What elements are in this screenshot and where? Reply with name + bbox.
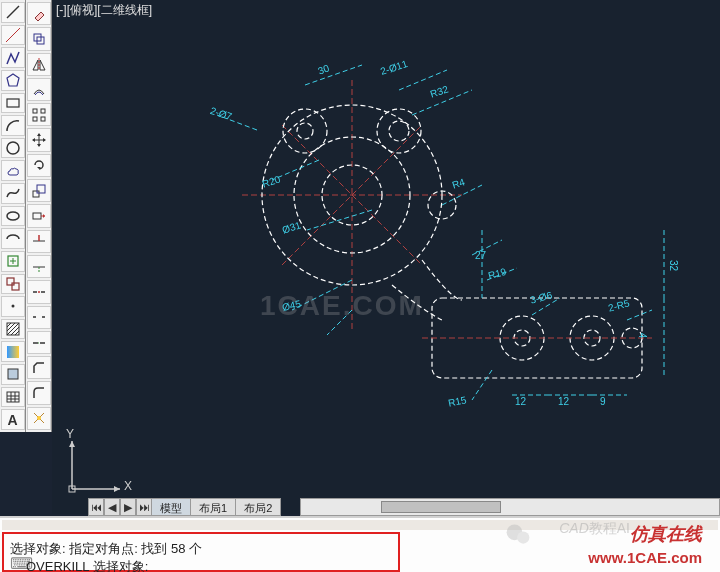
svg-line-14 (7, 323, 15, 331)
explode-tool[interactable] (27, 407, 51, 430)
dim-27: 27 (475, 250, 486, 261)
svg-line-13 (7, 323, 11, 327)
tab-layout1[interactable]: 布局1 (191, 498, 236, 516)
svg-line-0 (7, 6, 19, 18)
svg-line-17 (15, 331, 19, 335)
break-tool[interactable] (27, 306, 51, 329)
revision-cloud-tool[interactable] (1, 160, 25, 181)
brand-rest: 教程AI (589, 520, 630, 536)
polygon-tool[interactable] (1, 70, 25, 91)
ellipse-tool[interactable] (1, 206, 25, 227)
modify-toolbar (26, 0, 52, 432)
join-tool[interactable] (27, 331, 51, 354)
svg-marker-2 (7, 74, 19, 86)
svg-point-72 (377, 109, 421, 153)
viewport-label[interactable]: [-][俯视][二维线框] (56, 2, 152, 19)
ellipse-arc-tool[interactable] (1, 228, 25, 249)
svg-marker-105 (69, 441, 75, 447)
region-tool[interactable] (1, 364, 25, 385)
rotate-tool[interactable] (27, 154, 51, 177)
svg-rect-18 (7, 346, 19, 358)
svg-rect-32 (33, 117, 37, 121)
watermark-site-url: www.1CAE.com (588, 549, 702, 566)
tab-model[interactable]: 模型 (152, 498, 191, 516)
layout-tabs: ⏮ ◀ ▶ ⏭ 模型 布局1 布局2 (88, 498, 281, 516)
array-tool[interactable] (27, 103, 51, 126)
scale-tool[interactable] (27, 179, 51, 202)
chamfer-tool[interactable] (27, 356, 51, 379)
svg-marker-28 (40, 60, 45, 70)
svg-rect-3 (7, 99, 19, 107)
fillet-tool[interactable] (27, 381, 51, 404)
construction-line-tool[interactable] (1, 25, 25, 46)
svg-point-62 (37, 416, 41, 420)
table-tool[interactable] (1, 387, 25, 408)
make-block-tool[interactable] (1, 274, 25, 295)
ucs-icon: X Y (60, 421, 140, 504)
wechat-icon (504, 520, 532, 548)
horizontal-scrollbar[interactable] (300, 498, 720, 516)
line-tool[interactable] (1, 2, 25, 23)
gradient-tool[interactable] (1, 341, 25, 362)
tab-next[interactable]: ▶ (120, 498, 136, 516)
scrollbar-thumb[interactable] (381, 501, 501, 513)
svg-marker-37 (37, 144, 41, 147)
svg-point-52 (38, 291, 40, 293)
watermark-site-cn: 仿真在线 (630, 522, 702, 546)
mirror-tool[interactable] (27, 53, 51, 76)
rectangle-tool[interactable] (1, 93, 25, 114)
erase-tool[interactable] (27, 2, 51, 25)
svg-line-95 (472, 370, 492, 400)
svg-line-87 (307, 210, 372, 230)
ucs-x-label: X (124, 479, 132, 493)
arc-tool[interactable] (1, 115, 25, 136)
svg-line-82 (305, 65, 362, 85)
tab-last[interactable]: ⏭ (136, 498, 152, 516)
dim-4: 4 (637, 333, 648, 339)
polyline-tool[interactable] (1, 47, 25, 68)
svg-marker-27 (33, 60, 38, 70)
svg-rect-41 (33, 191, 39, 197)
extend-tool[interactable] (27, 255, 51, 278)
svg-point-70 (283, 109, 327, 153)
tab-prev[interactable]: ◀ (104, 498, 120, 516)
ucs-y-label: Y (66, 427, 74, 441)
svg-line-94 (627, 310, 652, 320)
drawing-canvas[interactable] (52, 0, 720, 514)
svg-line-16 (11, 327, 19, 335)
offset-tool[interactable] (27, 78, 51, 101)
move-tool[interactable] (27, 128, 51, 151)
svg-rect-30 (33, 109, 37, 113)
tab-first[interactable]: ⏮ (88, 498, 104, 516)
svg-rect-43 (33, 213, 41, 219)
svg-rect-31 (41, 109, 45, 113)
dim-12a: 12 (515, 396, 526, 407)
circle-tool[interactable] (1, 138, 25, 159)
svg-marker-39 (43, 138, 46, 142)
text-tool[interactable]: A (1, 409, 25, 430)
spline-tool[interactable] (1, 183, 25, 204)
stretch-tool[interactable] (27, 204, 51, 227)
svg-point-11 (11, 305, 14, 308)
dim-32: 32 (668, 260, 679, 271)
svg-point-108 (517, 531, 529, 543)
point-tool[interactable] (1, 296, 25, 317)
hatch-tool[interactable] (1, 319, 25, 340)
command-history-line: 选择对象: 指定对角点: 找到 58 个 (10, 540, 202, 558)
insert-block-tool[interactable] (1, 251, 25, 272)
break-at-point-tool[interactable] (27, 280, 51, 303)
svg-marker-38 (32, 138, 35, 142)
tab-layout2[interactable]: 布局2 (236, 498, 281, 516)
svg-point-5 (7, 212, 19, 220)
watermark-center: 1CAE.COM (260, 290, 424, 322)
svg-rect-10 (12, 283, 19, 290)
text-icon-label: A (7, 412, 17, 428)
svg-rect-9 (7, 278, 14, 285)
svg-rect-20 (7, 392, 19, 402)
trim-tool[interactable] (27, 230, 51, 253)
svg-point-4 (7, 142, 19, 154)
copy-tool[interactable] (27, 27, 51, 50)
svg-rect-19 (8, 369, 18, 379)
command-prompt[interactable]: OVERKILL 选择对象: (26, 558, 148, 572)
svg-rect-42 (37, 185, 45, 193)
